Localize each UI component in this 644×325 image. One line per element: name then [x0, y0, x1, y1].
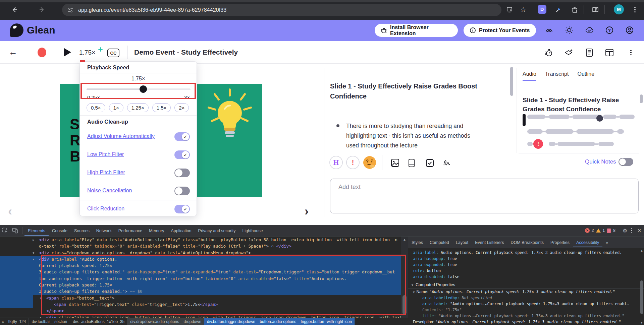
filter-toggle[interactable]: ✓ [174, 205, 190, 213]
account-icon[interactable] [625, 25, 634, 35]
note-input[interactable]: Add text [330, 179, 639, 213]
filter-link[interactable]: Noise Cancellation [87, 188, 132, 194]
theme-sun-icon[interactable] [565, 25, 574, 35]
sidebar-tab-layout[interactable]: Layout [452, 237, 472, 247]
sidebar-tab-accessibility[interactable]: Accessibility [573, 237, 602, 247]
breadcrumb-scroll-left[interactable]: « [0, 318, 6, 325]
speed-preset-button[interactable]: 1.5× [152, 103, 171, 112]
filter-toggle[interactable]: ✓ [174, 132, 190, 141]
cloud-sync-icon[interactable] [585, 25, 594, 35]
a11y-section-header[interactable]: ▼Computed Properties [408, 281, 644, 289]
quick-notes-toggle[interactable] [619, 158, 633, 166]
console-warnings-icon[interactable] [596, 229, 601, 233]
tab-audio[interactable]: Audio [523, 71, 536, 81]
layout-icon[interactable] [604, 48, 614, 58]
toolbar-menu-icon[interactable] [626, 48, 636, 58]
filter-link[interactable]: Low Pitch Filter [87, 151, 124, 157]
important-marker-button[interactable]: ! [346, 156, 360, 169]
device-toolbar-icon[interactable] [10, 226, 20, 235]
devtools-tab-sources[interactable]: Sources [71, 225, 93, 236]
devtools-settings-icon[interactable]: ⚙ [623, 227, 627, 234]
speed-preset-button[interactable]: 1× [109, 103, 123, 112]
url-bar[interactable]: app.glean.co/event/e83a5f36-eb99-44ee-89… [62, 4, 501, 16]
bookmark-star-icon[interactable]: ☆ [518, 5, 528, 15]
flashcard-icon[interactable] [407, 158, 416, 167]
a11y-property-row[interactable]: ▼Name: "Audio options. Current playback … [408, 289, 644, 295]
browser-back-icon[interactable] [9, 5, 19, 15]
browser-profile-avatar[interactable]: M [614, 4, 624, 14]
tab-transcript[interactable]: Transcript [545, 71, 569, 80]
reading-list-icon[interactable] [590, 5, 600, 15]
breadcrumb-item[interactable]: div.toolbar__section [29, 318, 70, 325]
filter-toggle[interactable] [174, 169, 190, 177]
audio-scrollbar-thumb[interactable] [640, 94, 643, 103]
install-app-icon[interactable] [505, 5, 515, 15]
filter-link[interactable]: Adjust Volume Automatically [87, 133, 155, 139]
sidebar-tab-computed[interactable]: Computed [426, 237, 452, 247]
browser-forward-icon[interactable] [37, 5, 47, 15]
filter-toggle[interactable] [174, 187, 190, 195]
task-checkbox-icon[interactable] [425, 158, 434, 167]
waveform-row[interactable] [527, 142, 635, 146]
help-icon[interactable]: ? [605, 25, 614, 35]
back-button[interactable]: ← [9, 47, 17, 57]
prev-slide-chevron[interactable]: ‹ [8, 204, 12, 218]
sidebar-tab-dom-breakpoints[interactable]: DOM Breakpoints [507, 237, 547, 247]
next-slide-chevron[interactable]: › [305, 204, 309, 218]
filter-link[interactable]: Click Reduction [87, 206, 124, 212]
rainbow-icon[interactable] [544, 25, 554, 35]
devtools-tab-lighthouse[interactable]: Lighthouse [239, 225, 266, 236]
dom-tree-node[interactable]: ▸ <div aria-label="Play" data-test="Audi… [0, 237, 401, 243]
extension-d-icon[interactable]: D [538, 5, 546, 14]
breadcrumb-item[interactable]: div.button.trigger.dropdown__button.audi… [204, 318, 355, 325]
sidebar-tabs-overflow-icon[interactable]: » [602, 237, 611, 247]
extensions-puzzle-icon[interactable] [570, 5, 580, 15]
scribble-pen-icon[interactable] [442, 158, 451, 167]
play-button[interactable] [64, 48, 71, 57]
audio-options-trigger[interactable]: 1.75× [79, 49, 95, 56]
sidebar-tab-styles[interactable]: Styles [408, 237, 426, 247]
breadcrumb-item[interactable]: div._audioButtons_1x1eo_35 [70, 318, 127, 325]
speed-preset-button[interactable]: 1.25× [127, 103, 149, 112]
insert-image-icon[interactable] [391, 158, 399, 167]
tab-outline[interactable]: Outline [577, 71, 594, 80]
devtools-menu-icon[interactable] [629, 228, 634, 234]
protect-events-button[interactable]: Protect Your Events [464, 24, 536, 37]
devtools-tab-performance[interactable]: Performance [115, 225, 146, 236]
browser-menu-icon[interactable] [630, 5, 640, 15]
inspect-element-icon[interactable] [0, 226, 10, 235]
filter-toggle[interactable]: ✓ [174, 150, 190, 159]
speed-preset-button[interactable]: 2× [174, 103, 189, 112]
magic-transform-icon[interactable] [564, 48, 574, 58]
sidebar-tab-event-listeners[interactable]: Event Listeners [472, 237, 507, 247]
waveform-row[interactable] [527, 129, 635, 134]
install-extension-button[interactable]: Install Browser Extension [375, 24, 458, 37]
waveform-error-badge[interactable]: ! [533, 139, 543, 149]
breadcrumb-item[interactable]: div.dropdown.audio-options__dropdown [127, 318, 204, 325]
site-info-icon[interactable] [67, 7, 73, 13]
sidebar-tab-properties[interactable]: Properties [547, 237, 573, 247]
dom-tree-node[interactable]: o-text" role="button" tabindex="0" aria-… [0, 243, 401, 249]
eyedropper-icon[interactable] [553, 5, 564, 15]
breadcrumb-item[interactable]: 9q6y_124 [6, 318, 29, 325]
devtools-tab-memory[interactable]: Memory [146, 225, 167, 236]
devtools-tab-console[interactable]: Console [49, 225, 71, 236]
devtools-close-icon[interactable]: ✕ [636, 228, 641, 233]
waveform-cursor[interactable] [523, 114, 526, 126]
filter-link[interactable]: High Pitch Filter [87, 170, 125, 176]
review-emoji-button[interactable] [363, 156, 376, 169]
devtools-tab-elements[interactable]: Elements [24, 225, 49, 236]
waveform-row[interactable] [527, 115, 635, 119]
speed-preset-button[interactable]: 0.5× [87, 103, 105, 112]
glean-logo-icon[interactable] [10, 23, 23, 37]
devtools-tab-network[interactable]: Network [93, 225, 115, 236]
notes-document-icon[interactable] [584, 48, 594, 58]
captions-button[interactable]: CC [107, 49, 119, 57]
console-errors-icon[interactable]: ✕ [585, 228, 590, 233]
devtools-tab-application[interactable]: Application [167, 225, 195, 236]
record-button[interactable] [38, 48, 46, 57]
waveform-marker-dot[interactable] [596, 115, 603, 122]
notes-scrollbar-thumb[interactable] [510, 67, 513, 96]
timer-icon[interactable] [544, 48, 554, 58]
glean-wordmark[interactable]: Glean [27, 24, 55, 36]
